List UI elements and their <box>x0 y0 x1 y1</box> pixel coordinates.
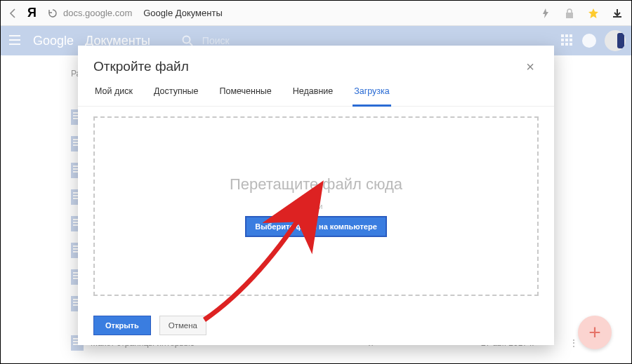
tab-upload[interactable]: Загрузка <box>353 86 391 107</box>
search-placeholder: Поиск <box>202 35 230 46</box>
brand-label: Google <box>33 34 74 48</box>
modal-tabs: Мой диск Доступные Помеченные Недавние З… <box>78 78 554 107</box>
cancel-button[interactable]: Отмена <box>159 316 206 335</box>
tab-shared[interactable]: Доступные <box>152 86 200 106</box>
lock-icon[interactable] <box>564 8 575 19</box>
tab-my-drive[interactable]: Мой диск <box>93 86 134 106</box>
open-button[interactable]: Открыть <box>93 316 151 335</box>
dropzone[interactable]: Перетащите файл сюда или Выберите файл н… <box>93 116 539 296</box>
dropzone-text: Перетащите файл сюда <box>230 175 402 194</box>
address-url: docs.google.com <box>63 8 132 18</box>
modal-title: Откройте файл <box>93 59 189 74</box>
avatar[interactable] <box>605 30 626 51</box>
flash-icon[interactable] <box>540 8 551 19</box>
back-button[interactable] <box>6 6 20 20</box>
apps-icon[interactable] <box>561 34 574 47</box>
svg-point-1 <box>183 36 190 43</box>
downloads-icon[interactable] <box>612 8 623 19</box>
dropzone-or: или <box>310 202 323 210</box>
bookmark-star-icon[interactable] <box>588 8 599 19</box>
close-icon[interactable]: × <box>522 58 539 75</box>
tab-recent[interactable]: Недавние <box>291 86 334 106</box>
file-picker-modal: Откройте файл × Мой диск Доступные Помеч… <box>78 46 554 345</box>
plus-icon: + <box>588 321 601 344</box>
tab-starred[interactable]: Помеченные <box>218 86 273 106</box>
browser-chrome: Я docs.google.com Google Документы <box>1 1 631 26</box>
svg-rect-0 <box>566 13 573 18</box>
pick-file-button[interactable]: Выберите файл на компьютере <box>245 216 387 237</box>
notifications-icon[interactable] <box>582 34 596 48</box>
address-title: Google Документы <box>143 8 223 18</box>
fab-new-doc[interactable]: + <box>578 316 612 349</box>
yandex-logo-icon: Я <box>27 6 37 20</box>
menu-icon[interactable] <box>8 33 23 48</box>
reload-icon <box>48 8 58 18</box>
address-bar[interactable]: docs.google.com Google Документы <box>48 5 223 22</box>
